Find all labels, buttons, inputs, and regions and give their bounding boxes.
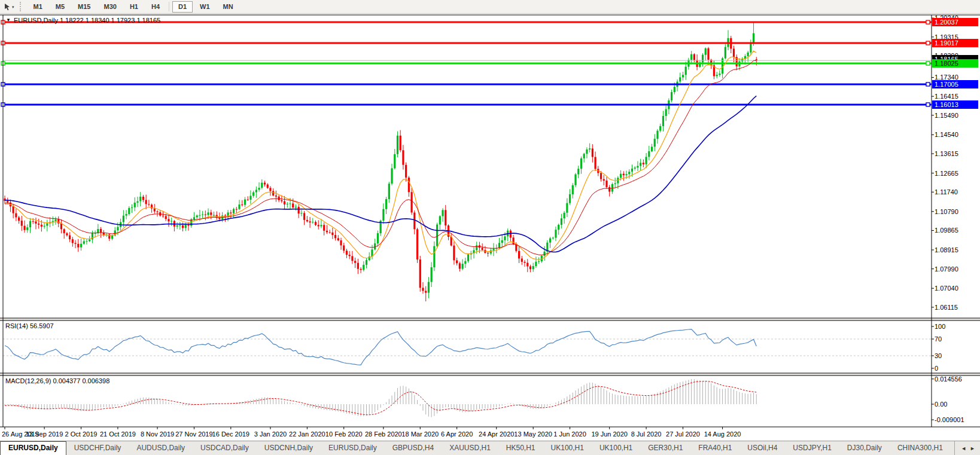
date-tick-label: 28 Feb 2020 <box>364 430 403 438</box>
rsi-tick-label: 100 <box>935 323 979 330</box>
level-price-label: 1.17005 <box>932 80 978 88</box>
level-price-label: 1.19017 <box>932 39 978 47</box>
tab-scroll-left-button[interactable]: ◄ <box>961 446 966 451</box>
chart-tab-bar: EURUSD,DailyUSDCHF,DailyAUDUSD,DailyUSDC… <box>0 441 980 455</box>
tab-scroll-buttons: ◄ ► <box>954 441 980 455</box>
price-tick-label: 1.10790 <box>935 208 979 215</box>
timeframe-button-M1[interactable]: M1 <box>28 1 48 13</box>
date-tick-label: 27 Nov 2019 <box>174 430 214 438</box>
symbol-tab-USDCNH-Daily[interactable]: USDCNH,Daily <box>257 441 321 455</box>
pointer-icon <box>4 3 11 11</box>
date-tick-label: 13 May 2020 <box>513 430 553 438</box>
timeframe-button-MN[interactable]: MN <box>217 1 239 13</box>
price-tick-label: 1.15490 <box>935 112 979 119</box>
price-tick-label: 1.08915 <box>935 246 979 254</box>
macd-tick-label: 0.014556 <box>935 375 979 383</box>
macd-tick-label: -0.009001 <box>935 416 979 423</box>
date-tick-label: 18 Mar 2020 <box>400 430 440 438</box>
macd-tick-label: 0.00 <box>935 401 979 408</box>
rsi-tick-label: 30 <box>935 352 979 359</box>
timeframe-button-M30[interactable]: M30 <box>98 1 122 13</box>
symbol-dropdown-icon[interactable]: ▼ <box>6 18 11 23</box>
date-tick-label: 2 Oct 2019 <box>62 430 101 438</box>
timeframe-button-D1[interactable]: D1 <box>172 1 193 13</box>
date-tick-label: 1 Jun 2020 <box>550 430 590 438</box>
symbol-tab-EURUSD-Daily[interactable]: EURUSD,Daily <box>321 441 385 455</box>
rsi-tick-label: 70 <box>935 335 979 343</box>
date-tick-label: 16 Dec 2019 <box>211 430 251 438</box>
mt4-window: ▾ M1M5M15M30H1H4D1W1MN ▼ EURUSD,Daily 1.… <box>0 0 980 455</box>
symbol-tab-HK50-H1[interactable]: HK50,H1 <box>498 441 543 455</box>
timeframe-button-W1[interactable]: W1 <box>194 1 216 13</box>
symbol-tab-UK100-H1[interactable]: UK100,H1 <box>592 441 640 455</box>
symbol-tab-DJ30-Daily[interactable]: DJ30,Daily <box>839 441 890 455</box>
price-tick-label: 1.13615 <box>935 150 979 157</box>
price-tick-label: 1.09865 <box>935 227 979 234</box>
chart-canvas[interactable] <box>0 0 980 455</box>
price-tick-label: 1.16415 <box>935 93 979 100</box>
price-tick-label: 1.11740 <box>935 188 979 196</box>
timeframe-button-M5[interactable]: M5 <box>50 1 71 13</box>
symbol-tab-USOil-H4[interactable]: USOil,H4 <box>739 441 785 455</box>
price-tick-label: 1.14540 <box>935 131 979 138</box>
date-tick-label: 22 Jan 2020 <box>287 430 327 438</box>
toolbar-grip[interactable] <box>20 2 24 11</box>
level-price-label: 1.16013 <box>932 100 978 109</box>
rsi-indicator-label: RSI(14) 56.5907 <box>5 322 54 329</box>
symbol-tab-USDCAD-Daily[interactable]: USDCAD,Daily <box>193 441 257 455</box>
date-tick-label: 8 Nov 2019 <box>138 430 177 438</box>
level-price-label: 1.18025 <box>932 59 978 68</box>
timeframe-button-M15[interactable]: M15 <box>72 1 96 13</box>
symbol-tab-UK100-H1[interactable]: UK100,H1 <box>543 441 592 455</box>
date-tick-label: 24 Apr 2020 <box>477 430 516 438</box>
macd-indicator-label: MACD(12,26,9) 0.004377 0.006398 <box>5 377 109 384</box>
date-tick-label: 21 Oct 2019 <box>98 430 138 438</box>
symbol-tab-CHINA300-H1[interactable]: CHINA300,H1 <box>890 441 951 455</box>
date-tick-label: 27 Jul 2020 <box>663 430 702 438</box>
date-tick-label: 19 Jun 2020 <box>590 430 629 438</box>
symbol-tab-USDCHF-Daily[interactable]: USDCHF,Daily <box>66 441 129 455</box>
toolbar-separator <box>169 2 169 11</box>
price-tick-label: 1.12665 <box>935 170 979 177</box>
symbol-tab-AUDUSD-Daily[interactable]: AUDUSD,Daily <box>129 441 193 455</box>
price-tick-label: 1.06115 <box>935 304 979 311</box>
tab-scroll-right-button[interactable]: ► <box>970 446 975 451</box>
dropdown-caret-icon: ▾ <box>12 5 14 9</box>
symbol-tab-EURUSD-Daily[interactable]: EURUSD,Daily <box>0 441 66 455</box>
date-tick-label: 14 Aug 2020 <box>703 430 742 438</box>
price-tick-label: 1.07040 <box>935 285 979 292</box>
symbol-tab-GBPUSD-H4[interactable]: GBPUSD,H4 <box>385 441 442 455</box>
chart-title-text: EURUSD,Daily 1.18222 1.18340 1.17923 1.1… <box>14 17 160 24</box>
date-tick-label: 10 Feb 2020 <box>324 430 364 438</box>
timeframe-button-H1[interactable]: H1 <box>124 1 144 13</box>
timeframe-button-H4[interactable]: H4 <box>145 1 166 13</box>
price-tick-label: 1.07990 <box>935 265 979 273</box>
symbol-tab-USDJPY-H1[interactable]: USDJPY,H1 <box>785 441 839 455</box>
date-tick-label: 6 Apr 2020 <box>437 430 477 438</box>
timeframe-toolbar: ▾ M1M5M15M30H1H4D1W1MN <box>0 0 980 14</box>
rsi-tick-label: 0 <box>935 365 979 372</box>
chart-title: ▼ EURUSD,Daily 1.18222 1.18340 1.17923 1… <box>6 17 160 24</box>
timeframe-buttons: M1M5M15M30H1H4D1W1MN <box>27 1 240 13</box>
date-tick-label: 3 Jan 2020 <box>251 430 290 438</box>
symbol-tab-FRA40-H1[interactable]: FRA40,H1 <box>690 441 739 455</box>
symbol-tab-GER30-H1[interactable]: GER30,H1 <box>640 441 690 455</box>
date-tick-label: 8 Jul 2020 <box>626 430 666 438</box>
level-price-label: 1.20037 <box>932 18 978 26</box>
symbol-tab-XAUUSD-H1[interactable]: XAUUSD,H1 <box>442 441 498 455</box>
cursor-tool-button[interactable]: ▾ <box>0 2 17 11</box>
date-tick-label: 13 Sep 2019 <box>25 430 64 438</box>
